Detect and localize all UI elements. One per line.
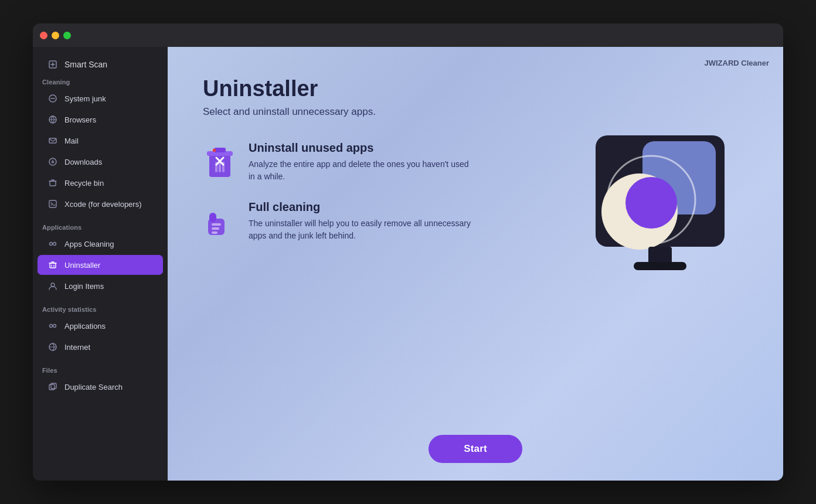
svg-rect-33 — [648, 247, 672, 264]
close-button[interactable] — [40, 32, 47, 39]
svg-rect-27 — [212, 231, 217, 234]
sidebar-item-browsers[interactable]: Browsers — [38, 110, 163, 130]
illustration — [584, 130, 748, 294]
svg-point-32 — [625, 177, 677, 229]
smart-scan-label: Smart Scan — [64, 60, 107, 69]
uninstaller-label: Uninstaller — [64, 261, 100, 270]
uninstall-unused-icon — [203, 141, 237, 182]
sidebar-item-uninstaller[interactable]: Uninstaller — [38, 255, 163, 275]
xcode-icon — [47, 198, 59, 210]
svg-rect-19 — [213, 149, 216, 152]
main-inner: Uninstaller Select and uninstall unneces… — [168, 47, 783, 423]
applications-stat-icon — [47, 320, 59, 332]
uninstall-unused-text: Uninstall unused apps Analyze the entire… — [249, 141, 471, 183]
features-list: Uninstall unused apps Analyze the entire… — [203, 141, 560, 242]
svg-rect-24 — [209, 213, 216, 222]
full-cleaning-icon — [203, 200, 237, 241]
maximize-button[interactable] — [63, 32, 71, 39]
svg-rect-25 — [212, 223, 221, 226]
full-cleaning-text: Full cleaning The uninstaller will help … — [249, 200, 471, 242]
system-junk-icon — [47, 93, 59, 104]
sidebar-item-login-items[interactable]: Login Items — [38, 276, 163, 296]
svg-rect-21 — [219, 162, 221, 172]
minimize-button[interactable] — [52, 32, 59, 39]
bottom-bar: Start — [168, 423, 783, 481]
features-area: Uninstall unused apps Analyze the entire… — [203, 141, 748, 294]
applications-stat-label: Applications — [64, 322, 106, 331]
svg-rect-22 — [222, 162, 225, 172]
monitor-illustration — [584, 130, 748, 294]
xcode-label: Xcode (for developers) — [64, 200, 142, 209]
section-label-cleaning: Cleaning — [33, 75, 168, 88]
svg-rect-5 — [50, 181, 56, 186]
window-body: Smart Scan Cleaning System junk — [33, 47, 783, 481]
traffic-lights — [40, 32, 71, 39]
feature-full-cleaning: Full cleaning The uninstaller will help … — [203, 200, 560, 242]
recycle-bin-icon — [47, 177, 59, 189]
section-label-applications: Applications — [33, 220, 168, 233]
uninstall-unused-desc: Analyze the entire app and delete the on… — [249, 158, 471, 183]
sidebar-item-recycle-bin[interactable]: Recycle bin — [38, 173, 163, 193]
svg-point-10 — [51, 283, 55, 287]
svg-rect-3 — [49, 138, 56, 143]
app-window: Smart Scan Cleaning System junk — [33, 23, 783, 481]
svg-point-8 — [53, 243, 56, 246]
apps-cleaning-icon — [47, 238, 59, 250]
login-items-icon — [47, 280, 59, 292]
internet-label: Internet — [64, 343, 90, 352]
sidebar-item-mail[interactable]: Mail — [38, 131, 163, 151]
uninstall-unused-title: Uninstall unused apps — [249, 141, 471, 155]
mail-icon — [47, 135, 59, 147]
titlebar — [33, 23, 783, 47]
svg-rect-20 — [215, 162, 217, 172]
main-content: JWIZARD Cleaner Uninstaller Select and u… — [168, 47, 783, 481]
system-junk-label: System junk — [64, 94, 106, 103]
app-title: JWIZARD Cleaner — [704, 59, 769, 67]
sidebar-item-system-junk[interactable]: System junk — [38, 88, 163, 108]
sidebar-item-downloads[interactable]: Downloads — [38, 152, 163, 172]
full-cleaning-title: Full cleaning — [249, 200, 471, 214]
uninstaller-icon — [47, 259, 59, 271]
svg-rect-34 — [634, 262, 686, 270]
section-label-activity: Activity statistics — [33, 302, 168, 315]
svg-point-11 — [50, 325, 53, 328]
svg-rect-9 — [50, 263, 56, 268]
page-title: Uninstaller — [203, 76, 748, 101]
sidebar-item-smart-scan[interactable]: Smart Scan — [38, 55, 163, 74]
svg-point-12 — [53, 325, 56, 328]
internet-icon — [47, 341, 59, 353]
login-items-label: Login Items — [64, 282, 104, 291]
downloads-icon — [47, 156, 59, 168]
mail-label: Mail — [64, 137, 79, 145]
svg-rect-26 — [212, 227, 219, 230]
sidebar: Smart Scan Cleaning System junk — [33, 47, 168, 481]
duplicate-search-label: Duplicate Search — [64, 383, 123, 391]
svg-point-7 — [50, 243, 53, 246]
sidebar-item-apps-cleaning[interactable]: Apps Cleaning — [38, 234, 163, 254]
duplicate-search-icon — [47, 381, 59, 393]
start-button[interactable]: Start — [429, 435, 522, 463]
sidebar-item-applications-stat[interactable]: Applications — [38, 316, 163, 336]
downloads-label: Downloads — [64, 158, 102, 166]
sidebar-item-duplicate-search[interactable]: Duplicate Search — [38, 377, 163, 397]
recycle-bin-label: Recycle bin — [64, 179, 104, 188]
sidebar-item-internet[interactable]: Internet — [38, 337, 163, 357]
smart-scan-icon — [47, 59, 59, 70]
browsers-label: Browsers — [64, 115, 96, 124]
feature-uninstall-unused: Uninstall unused apps Analyze the entire… — [203, 141, 560, 183]
page-subtitle: Select and uninstall unnecessary apps. — [203, 106, 748, 118]
browsers-icon — [47, 114, 59, 125]
full-cleaning-desc: The uninstaller will help you to easily … — [249, 217, 471, 242]
apps-cleaning-label: Apps Cleaning — [64, 240, 114, 248]
section-label-files: Files — [33, 363, 168, 376]
sidebar-item-xcode[interactable]: Xcode (for developers) — [38, 194, 163, 214]
